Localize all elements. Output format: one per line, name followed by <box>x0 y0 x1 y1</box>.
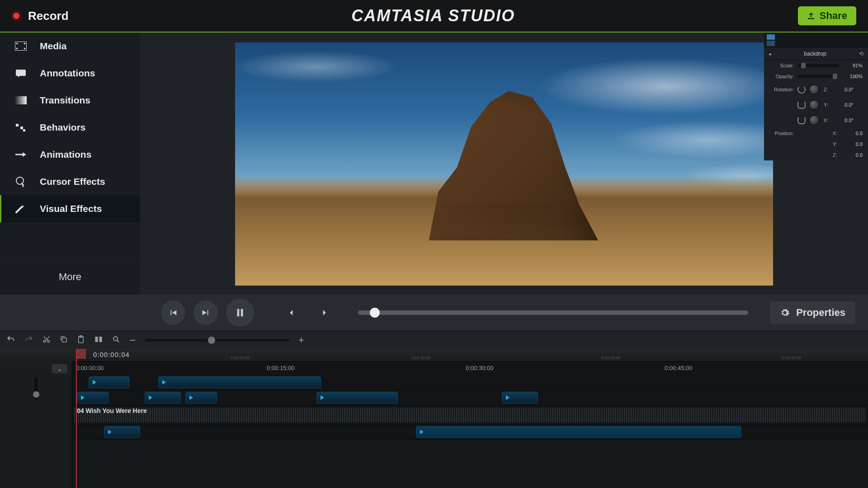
position-z-row: Z: 0.0 <box>764 150 868 160</box>
sidebar-item-animations[interactable]: Animations <box>0 141 140 168</box>
clip[interactable] <box>145 392 181 404</box>
split-button[interactable] <box>94 335 103 345</box>
copy-button[interactable] <box>60 335 68 345</box>
track-row[interactable] <box>72 375 868 390</box>
rotation-y-row: Y: 0.0° <box>764 97 868 113</box>
svg-point-20 <box>113 337 118 341</box>
zoom-thumb[interactable] <box>208 337 215 344</box>
scale-slider[interactable] <box>797 64 838 67</box>
position-label: Position: <box>769 131 794 136</box>
audio-track[interactable]: 04 Wish You Were Here <box>72 406 868 425</box>
position-x-value[interactable]: 0.0 <box>842 131 863 136</box>
track-row[interactable] <box>72 425 868 440</box>
zoom-slider[interactable] <box>145 339 289 342</box>
ruler-tick: 0:00:45;00 <box>665 365 692 371</box>
playhead-line[interactable] <box>76 349 77 488</box>
zoom-in-button[interactable]: + <box>298 334 304 346</box>
ruler-tick: 0:00:15;00 <box>267 365 294 371</box>
rotation-y-value: 0.0° <box>833 102 854 108</box>
pause-button[interactable] <box>226 299 254 327</box>
record-button[interactable]: Record <box>12 9 69 23</box>
sidebar-item-label: Cursor Effects <box>40 176 105 187</box>
timeline-ruler[interactable]: 0:00:00;00 0:00:15;00 0:00:30;00 0:00:45… <box>72 361 868 375</box>
rotation-x-value: 0.0° <box>833 117 854 123</box>
svg-rect-7 <box>16 124 19 127</box>
next-marker-button[interactable] <box>312 300 336 325</box>
clip[interactable] <box>185 392 217 404</box>
redo-button[interactable] <box>24 335 33 346</box>
step-back-button[interactable] <box>161 300 185 325</box>
canvas-wrap: ◂ backdrop ⟲ Scale: 91% Opacity: 100% Ro… <box>140 33 868 295</box>
ruler-tick: 0:00:00;00 <box>76 365 104 371</box>
ruler-tick: 0:00:30;00 <box>466 365 493 371</box>
clip[interactable] <box>104 426 140 438</box>
rotation-label: Rotation: <box>769 87 794 92</box>
reset-icon[interactable]: ⟲ <box>859 51 863 57</box>
properties-name-row: ◂ backdrop ⟲ <box>764 48 868 60</box>
step-forward-button[interactable] <box>193 300 218 325</box>
tracks-area[interactable]: 04 Wish You Were Here <box>72 375 868 488</box>
prev-marker-button[interactable] <box>279 300 304 325</box>
cut-button[interactable] <box>42 335 51 345</box>
svg-rect-5 <box>16 70 26 76</box>
clip[interactable] <box>89 376 129 388</box>
audio-clip-label: 04 Wish You Were Here <box>77 407 147 414</box>
rotation-z-value: 0.0° <box>833 87 854 92</box>
clip[interactable] <box>316 392 398 404</box>
clip[interactable] <box>416 426 741 438</box>
rotation-y-knob[interactable] <box>809 100 819 110</box>
mini-ruler-tick: 0:01:30:00 <box>411 356 431 360</box>
properties-button[interactable]: Properties <box>770 301 855 324</box>
playhead-marker[interactable] <box>76 349 86 359</box>
opacity-slider[interactable] <box>797 75 838 78</box>
clip-name: backdrop <box>771 51 859 57</box>
position-x-row: Position: X: 0.0 <box>764 128 868 139</box>
sidebar-item-cursor-effects[interactable]: Cursor Effects <box>0 168 140 195</box>
rotate-x-icon <box>797 116 806 124</box>
share-icon <box>807 12 815 20</box>
sidebar-item-annotations[interactable]: Annotations <box>0 60 140 87</box>
clip[interactable] <box>158 376 321 388</box>
sidebar-item-visual-effects[interactable]: Visual Effects <box>0 195 140 222</box>
clip[interactable] <box>502 392 538 404</box>
paste-button[interactable] <box>77 335 85 346</box>
preview-canvas[interactable] <box>235 42 773 286</box>
position-y-row: Y: 0.0 <box>764 139 868 150</box>
properties-tabs[interactable] <box>764 33 868 48</box>
svg-rect-3 <box>24 43 25 44</box>
undo-button[interactable] <box>6 335 15 346</box>
sidebar-item-transitions[interactable]: Transitions <box>0 87 140 114</box>
main-row: Media Annotations Transitions Behaviors … <box>0 33 868 295</box>
position-z-value[interactable]: 0.0 <box>842 152 863 158</box>
position-y-value[interactable]: 0.0 <box>842 141 863 147</box>
track-row[interactable] <box>72 390 868 406</box>
properties-tab-visual-icon[interactable] <box>767 34 775 46</box>
opacity-value: 100% <box>842 74 863 79</box>
zoom-out-button[interactable]: − <box>129 334 136 347</box>
seek-thumb[interactable] <box>370 308 380 318</box>
app-title: CAMTASIA STUDIO <box>78 6 789 25</box>
share-button[interactable]: Share <box>798 6 856 25</box>
rotation-z-knob[interactable] <box>809 84 819 94</box>
rotate-y-icon <box>797 101 806 109</box>
svg-rect-18 <box>95 337 98 342</box>
svg-rect-19 <box>99 337 102 342</box>
svg-rect-8 <box>20 127 23 129</box>
seek-bar[interactable] <box>358 310 748 315</box>
mini-ruler-tick: 0:02:00:00 <box>601 356 621 360</box>
properties-button-label: Properties <box>796 307 845 319</box>
sidebar-item-label: Transitions <box>40 95 90 106</box>
sidebar-more[interactable]: More <box>0 263 140 295</box>
track-height-slider[interactable] <box>34 377 38 399</box>
timeline: + + Q ⌄ 0:00:00;04 0:00:00;00 0:00:15;00… <box>0 349 868 488</box>
timeline-header: 0:00:00;04 <box>0 349 868 361</box>
clip[interactable] <box>77 392 108 404</box>
rotate-z-icon <box>797 85 806 94</box>
collapse-tracks-button[interactable]: ⌄ <box>52 364 67 373</box>
sidebar-item-behaviors[interactable]: Behaviors <box>0 114 140 141</box>
sidebar-item-media[interactable]: Media <box>0 33 140 60</box>
pos-axis-y: Y: <box>832 141 838 147</box>
svg-rect-15 <box>62 338 66 342</box>
rotation-x-knob[interactable] <box>809 115 819 125</box>
animations-icon <box>14 149 27 160</box>
